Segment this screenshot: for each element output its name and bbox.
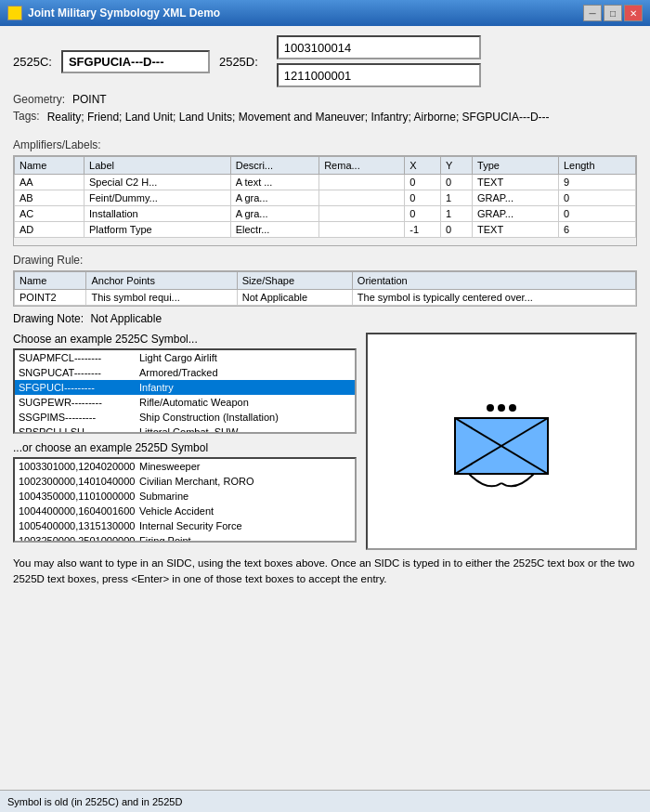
status-text: Symbol is old (in 2525C) and in 2525D <box>7 796 182 807</box>
geometry-label: Geometry: <box>13 93 65 106</box>
minimize-button[interactable]: ─ <box>583 5 602 21</box>
amp-col-desc: Descri... <box>230 156 318 174</box>
list-item[interactable]: SNGPUCAT--------Armored/Tracked <box>15 365 355 380</box>
help-text: You may also want to type in an SIDC, us… <box>13 556 637 588</box>
table-row[interactable]: POINT2This symbol requi...Not Applicable… <box>15 289 636 305</box>
svg-point-4 <box>498 404 505 412</box>
window-controls: ─ □ ✕ <box>583 5 643 21</box>
amplifiers-table-wrapper: Name Label Descri... Rema... X Y Type Le… <box>13 155 637 246</box>
main-content: 2525C: SFGPUCIA---D--- 2525D: Geometry: … <box>0 26 650 790</box>
bottom-section: Choose an example 2525C Symbol... SUAPMF… <box>13 333 637 550</box>
list-panel: Choose an example 2525C Symbol... SUAPMF… <box>13 333 357 550</box>
maximize-button[interactable]: □ <box>604 5 622 21</box>
amp-col-label: Label <box>84 156 231 174</box>
title-bar: Joint Military Symbology XML Demo ─ □ ✕ <box>0 0 650 26</box>
tags-label: Tags: <box>13 110 40 123</box>
list-item[interactable]: 1004400000,1604001600Vehicle Accident <box>15 504 355 518</box>
drawing-note-label: Drawing Note: <box>13 312 84 325</box>
symbol-preview <box>366 333 637 550</box>
drawing-rule-label: Drawing Rule: <box>13 254 637 267</box>
amp-col-name: Name <box>15 156 84 174</box>
amp-col-x: X <box>405 156 441 174</box>
title-text: Joint Military Symbology XML Demo <box>28 7 220 20</box>
sidc-c-value: SFGPUCIA---D--- <box>61 50 210 73</box>
amp-col-rema: Rema... <box>319 156 405 174</box>
amp-col-length: Length <box>558 156 635 174</box>
table-row[interactable]: ADPlatform TypeElectr...-10TEXT6 <box>15 221 636 237</box>
list-item[interactable]: 1003301000,1204020000Minesweeper <box>15 459 355 474</box>
amplifiers-label: Amplifiers/Labels: <box>13 138 637 151</box>
dr-col-size: Size/Shape <box>237 271 352 289</box>
dr-col-name: Name <box>15 271 86 289</box>
table-row[interactable]: ACInstallationA gra...01GRAP...0 <box>15 205 636 221</box>
sidc-d-input1[interactable] <box>277 35 481 59</box>
example-c-label: Choose an example 2525C Symbol... <box>13 333 357 346</box>
amp-col-type: Type <box>473 156 559 174</box>
list-item[interactable]: 1003250000,2501000000Firing Point <box>15 533 355 543</box>
example-d-label: ...or choose an example 2525D Symbol <box>13 441 357 454</box>
amplifiers-table: Name Label Descri... Rema... X Y Type Le… <box>14 156 636 238</box>
symbol-svg <box>446 386 557 497</box>
sidc-d-inputs <box>277 35 481 87</box>
sidc-c-label: 2525C: <box>13 55 52 69</box>
sidc-d-input2[interactable] <box>277 63 481 87</box>
drawing-rule-table: Name Anchor Points Size/Shape Orientatio… <box>14 271 636 306</box>
list-item[interactable]: 1004350000,1101000000Submarine <box>15 489 355 504</box>
list-item[interactable]: SFGPUCI---------Infantry <box>15 380 355 395</box>
list-item[interactable]: SUAPMFCL--------Light Cargo Airlift <box>15 350 355 365</box>
status-bar: Symbol is old (in 2525C) and in 2525D <box>0 790 650 812</box>
list-item[interactable]: SUGPEWR---------Rifle/Automatic Weapon <box>15 395 355 410</box>
dr-col-orientation: Orientation <box>352 271 635 289</box>
drawing-note-row: Drawing Note: Not Applicable <box>13 312 637 325</box>
amp-col-y: Y <box>440 156 472 174</box>
svg-point-5 <box>509 404 516 412</box>
svg-point-3 <box>487 404 494 412</box>
example-c-listbox[interactable]: SUAPMFCL--------Light Cargo AirliftSNGPU… <box>13 348 357 434</box>
drawing-rule-table-wrapper: Name Anchor Points Size/Shape Orientatio… <box>13 270 637 307</box>
app-icon <box>7 6 22 20</box>
table-row[interactable]: ABFeint/Dummy...A gra...01GRAP...0 <box>15 190 636 205</box>
geometry-value: POINT <box>72 93 107 106</box>
sidc-d-label: 2525D: <box>219 55 258 69</box>
dr-col-anchor: Anchor Points <box>86 271 237 289</box>
list-item[interactable]: SSGPIMS---------Ship Construction (Insta… <box>15 410 355 425</box>
drawing-note-value: Not Applicable <box>90 312 162 325</box>
table-row[interactable]: AASpecial C2 H...A text ...00TEXT9 <box>15 174 636 190</box>
list-item[interactable]: SPSPCLLLSU------Littoral Combat, SUW <box>15 425 355 434</box>
example-d-listbox[interactable]: 1003301000,1204020000Minesweeper10023000… <box>13 457 357 543</box>
list-item[interactable]: 1002300000,1401040000Civilian Merchant, … <box>15 474 355 489</box>
close-button[interactable]: ✕ <box>624 5 643 21</box>
list-item[interactable]: 1005400000,1315130000Internal Security F… <box>15 518 355 533</box>
tags-value: Reality; Friend; Land Unit; Land Units; … <box>47 110 637 125</box>
